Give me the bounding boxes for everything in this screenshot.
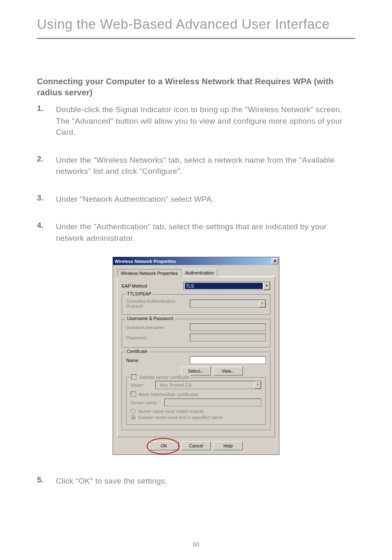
eap-method-select[interactable]: TLS ▼ — [183, 282, 270, 290]
step-number: 3. — [37, 194, 56, 205]
radio-domain-end — [131, 415, 136, 420]
cert-name-input[interactable] — [190, 356, 266, 364]
chevron-down-icon: ▼ — [259, 300, 265, 307]
allow-intermediate-label: Allow Intermediate certificates — [138, 392, 198, 397]
step-text: Under the "Wireless Networks" tab, selec… — [56, 154, 355, 177]
dialog-screenshot: Wireless Network Properties ✕ Wireless N… — [37, 257, 355, 455]
validate-label: Validate server certificate — [139, 375, 189, 380]
step-text: Under "Network Authentication" select WP… — [56, 194, 214, 205]
allow-intermediate-checkbox — [131, 392, 136, 397]
server-name-label: Server name: — [131, 400, 164, 405]
issuer-label: Issuer: — [131, 383, 155, 387]
dialog-title: Wireless Network Properties — [115, 259, 176, 264]
help-button[interactable]: Help — [213, 441, 243, 450]
certificate-legend: Certificate — [125, 349, 149, 354]
userpass-legend: Username & Password — [125, 316, 175, 321]
step-number: 4. — [37, 221, 56, 244]
validate-checkbox — [131, 374, 136, 380]
section-heading: Connecting your Computer to a Wireless N… — [37, 76, 355, 98]
cancel-button[interactable]: Cancel — [181, 441, 211, 450]
tunnelled-select: ▼ — [190, 300, 266, 308]
radio-domain-label: Domain name must end in specified name — [138, 415, 222, 420]
step-3: 3. Under "Network Authentication" select… — [37, 194, 355, 205]
wireless-properties-dialog: Wireless Network Properties ✕ Wireless N… — [113, 257, 279, 455]
ok-button[interactable]: OK — [149, 441, 179, 450]
tab-authentication[interactable]: Authentication — [182, 269, 218, 277]
tab-strip: Wireless Network Properties Authenticati… — [117, 268, 275, 277]
username-password-group: Username & Password Domain\Username: Pas… — [122, 319, 270, 348]
page-title: Using the Web-Based Advanced User Interf… — [37, 16, 355, 39]
eap-method-label: EAP Method — [122, 283, 183, 288]
domain-username-label: Domain\Username: — [126, 325, 190, 330]
tunnelled-label: Tunnelled Authentication Protocol — [126, 299, 190, 309]
page-number: 60 — [193, 541, 200, 548]
password-label: Password: — [126, 335, 190, 340]
step-2: 2. Under the "Wireless Networks" tab, se… — [37, 154, 355, 177]
step-text: Double-click the Signal Indicator icon t… — [56, 104, 355, 138]
chevron-down-icon: ▼ — [263, 282, 270, 290]
password-input — [190, 334, 266, 341]
ttls-peap-group: TTLS/PEAP Tunnelled Authentication Proto… — [122, 294, 270, 315]
authentication-panel: EAP Method TLS ▼ TTLS/PEAP Tunnelled Aut… — [117, 277, 275, 437]
cert-name-label: Name: — [126, 358, 190, 363]
step-number: 2. — [37, 154, 56, 177]
chevron-down-icon: ▼ — [254, 381, 261, 389]
domain-username-input — [190, 323, 266, 331]
certificate-group: Certificate Name: Select... View... Vali… — [122, 352, 270, 430]
instruction-list-continued: 5. Click "OK" to save the settings. — [37, 475, 355, 487]
step-number: 1. — [37, 104, 56, 138]
step-5: 5. Click "OK" to save the settings. — [37, 475, 355, 487]
close-icon[interactable]: ✕ — [272, 258, 278, 264]
step-text: Under the "Authentication" tab, select t… — [56, 221, 355, 244]
eap-method-value: TLS — [184, 283, 263, 289]
issuer-select: - Any Trusted CA - ▼ — [155, 381, 261, 389]
titlebar: Wireless Network Properties ✕ — [113, 257, 279, 265]
server-name-input — [164, 399, 261, 406]
step-1: 1. Double-click the Signal Indicator ico… — [37, 104, 355, 138]
tab-wireless-properties[interactable]: Wireless Network Properties — [117, 269, 182, 277]
step-number: 5. — [37, 475, 56, 487]
radio-exact-match — [131, 409, 136, 414]
instruction-list: 1. Double-click the Signal Indicator ico… — [37, 104, 355, 244]
view-button[interactable]: View... — [213, 366, 243, 376]
step-text: Click "OK" to save the settings. — [56, 475, 167, 487]
ttls-peap-legend: TTLS/PEAP — [125, 291, 153, 296]
step-4: 4. Under the "Authentication" tab, selec… — [37, 221, 355, 244]
radio-exact-label: Server name must match exactly — [138, 409, 204, 414]
issuer-value: - Any Trusted CA - — [157, 383, 254, 387]
validate-server-group: Validate server certificate Issuer: - An… — [126, 377, 266, 425]
